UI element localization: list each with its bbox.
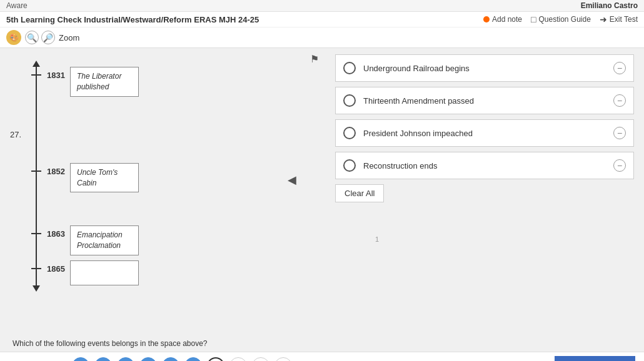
cursor-indicator: ◀ (288, 173, 296, 187)
page-btn-24[interactable]: ✓ (139, 357, 157, 362)
timeline-entry-1865: 1865 (41, 260, 241, 285)
year-1852: 1852 (41, 163, 65, 176)
user-name: Emiliano Castro (581, 1, 638, 10)
page-btn-22[interactable]: ✓ (94, 357, 112, 362)
assignment-title: 5th Learning Check Industrial/Westward/R… (6, 15, 259, 24)
question-text-content: Which of the following events belongs in… (13, 339, 208, 348)
zoom-out-button[interactable]: 🔍 (25, 31, 39, 44)
event-box-1863: EmancipationProclamation (70, 225, 139, 255)
option-1-circle (343, 62, 356, 74)
add-note-button[interactable]: Add note (483, 15, 522, 24)
question-guide-button[interactable]: □ Question Guide (531, 14, 591, 24)
exit-test-label: Exit Test (610, 15, 638, 24)
event-box-1831: The Liberatorpublished (70, 67, 139, 97)
option-4-circle (343, 159, 356, 172)
question-guide-icon: □ (531, 14, 536, 24)
bottom-nav: ‹ Previous . . . ✓ ✓ ✓ ✓ ✓ ✓ 27 28 29 30… (0, 352, 644, 361)
question-guide-label: Question Guide (538, 15, 590, 24)
zoom-label: Zoom (59, 33, 79, 42)
option-2-text: Thirteenth Amendment passed (363, 96, 613, 106)
review-submit-button[interactable]: Review & Sub... (555, 356, 635, 361)
tick-1865 (31, 268, 41, 269)
tick-1863 (31, 233, 41, 234)
question-number: 27. (10, 130, 21, 139)
option-2-circle (343, 94, 356, 107)
option-1-text: Underground Railroad begins (363, 64, 613, 73)
page-btn-23[interactable]: ✓ (117, 357, 134, 362)
tick-1852 (31, 171, 41, 172)
add-note-icon (483, 16, 490, 22)
page-btn-26[interactable]: ✓ (184, 357, 202, 362)
option-4[interactable]: Reconstruction ends − (335, 152, 634, 179)
option-4-remove[interactable]: − (613, 159, 626, 172)
palette-button[interactable]: 🎨 (6, 30, 21, 45)
timeline-entry-1831: 1831 The Liberatorpublished (41, 67, 241, 97)
page-btn-29[interactable]: 29 (252, 357, 269, 362)
options-panel: Underground Railroad begins − Thirteenth… (325, 48, 644, 335)
timeline-entry-1852: 1852 Uncle Tom'sCabin (41, 163, 241, 193)
zoom-in-button[interactable]: 🔎 (41, 31, 55, 44)
page-btn-21[interactable]: ✓ (72, 357, 89, 362)
question-text-bar: Which of the following events belongs in… (0, 335, 644, 352)
option-3[interactable]: President Johnson impeached − (335, 119, 634, 147)
page-btn-27[interactable]: 27 (207, 357, 224, 362)
year-1831: 1831 (41, 67, 65, 80)
option-1-remove[interactable]: − (613, 62, 626, 74)
option-3-remove[interactable]: − (613, 127, 626, 139)
page-btn-30[interactable]: 30 (274, 357, 292, 362)
option-2-remove[interactable]: − (613, 94, 626, 107)
timeline-axis (31, 61, 41, 292)
timeline-entry-1863: 1863 EmancipationProclamation (41, 225, 241, 255)
clear-all-button[interactable]: Clear All (335, 184, 384, 202)
coord-hint: 1 (375, 235, 379, 243)
option-4-text: Reconstruction ends (363, 161, 613, 171)
page-btn-25[interactable]: ✓ (162, 357, 179, 362)
tick-1831 (31, 74, 41, 76)
year-1865: 1865 (41, 260, 65, 274)
app-name: Aware (6, 1, 28, 10)
option-3-circle (343, 127, 356, 139)
option-3-text: President Johnson impeached (363, 129, 613, 138)
option-1[interactable]: Underground Railroad begins − (335, 54, 634, 82)
exit-test-button[interactable]: ➜ Exit Test (600, 14, 638, 24)
flag-icon: ⚑ (310, 53, 319, 65)
year-1863: 1863 (41, 225, 65, 239)
page-btn-28[interactable]: 28 (229, 357, 247, 362)
option-2[interactable]: Thirteenth Amendment passed − (335, 87, 634, 114)
exit-icon: ➜ (600, 14, 607, 24)
add-note-label: Add note (492, 15, 522, 24)
event-box-1852: Uncle Tom'sCabin (70, 163, 139, 193)
event-box-1865-empty (70, 260, 139, 285)
